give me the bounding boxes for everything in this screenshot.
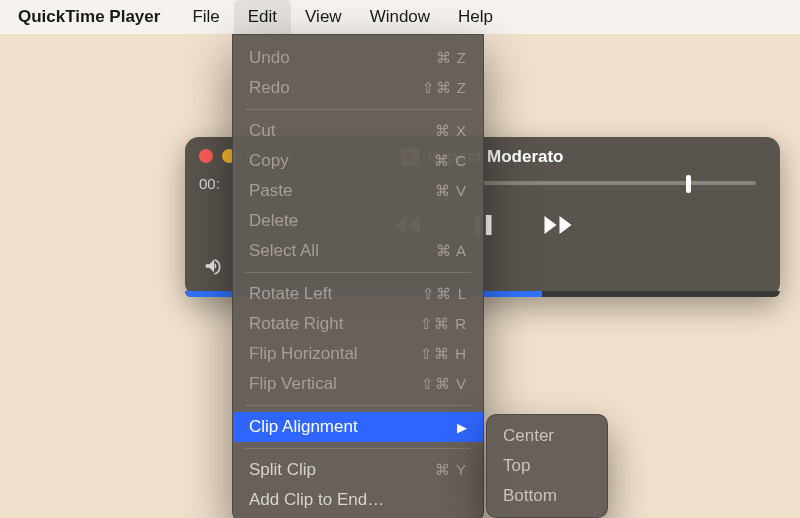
menu-item-rotate-left: Rotate Left⇧⌘ L bbox=[233, 279, 483, 309]
menubar-item-edit[interactable]: Edit bbox=[234, 0, 291, 34]
menu-item-label: Copy bbox=[249, 151, 289, 171]
submenu-item-label: Center bbox=[503, 426, 554, 446]
menu-item-label: Paste bbox=[249, 181, 292, 201]
menu-item-shortcut: ⇧⌘ L bbox=[422, 285, 467, 303]
menu-item-clip-alignment[interactable]: Clip Alignment▶ bbox=[233, 412, 483, 442]
menu-item-label: Delete bbox=[249, 211, 298, 231]
menu-item-label: Undo bbox=[249, 48, 290, 68]
submenu-item-center[interactable]: Center bbox=[487, 421, 607, 451]
menu-item-split-clip[interactable]: Split Clip⌘ Y bbox=[233, 455, 483, 485]
menu-item-redo: Redo⇧⌘ Z bbox=[233, 73, 483, 103]
menu-item-select-all: Select All⌘ A bbox=[233, 236, 483, 266]
menu-item-label: Flip Horizontal bbox=[249, 344, 358, 364]
edit-menu-dropdown: Undo⌘ ZRedo⇧⌘ ZCut⌘ XCopy⌘ CPaste⌘ VDele… bbox=[232, 34, 484, 518]
time-elapsed: 00: bbox=[199, 175, 220, 192]
menu-item-flip-vertical: Flip Vertical⇧⌘ V bbox=[233, 369, 483, 399]
menu-item-shortcut: ⇧⌘ Z bbox=[422, 79, 467, 97]
menu-item-label: Add Clip to End… bbox=[249, 490, 384, 510]
submenu-item-label: Bottom bbox=[503, 486, 557, 506]
menu-item-shortcut: ⌘ X bbox=[435, 122, 467, 140]
menubar-app-name[interactable]: QuickTime Player bbox=[10, 0, 178, 34]
menu-separator bbox=[245, 405, 471, 406]
menu-separator bbox=[245, 448, 471, 449]
menubar-item-view[interactable]: View bbox=[291, 0, 356, 34]
menu-item-label: Clip Alignment bbox=[249, 417, 358, 437]
menu-item-shortcut: ⌘ Z bbox=[436, 49, 467, 67]
menubar-item-file[interactable]: File bbox=[178, 0, 233, 34]
menu-item-flip-horizontal: Flip Horizontal⇧⌘ H bbox=[233, 339, 483, 369]
menu-item-paste: Paste⌘ V bbox=[233, 176, 483, 206]
menu-item-shortcut: ⌘ Y bbox=[435, 461, 467, 479]
menu-item-label: Rotate Left bbox=[249, 284, 332, 304]
menu-item-shortcut: ⇧⌘ R bbox=[420, 315, 467, 333]
menu-item-shortcut: ⇧⌘ H bbox=[420, 345, 467, 363]
menu-item-label: Redo bbox=[249, 78, 290, 98]
menu-item-shortcut: ⌘ V bbox=[435, 182, 467, 200]
scrubber-thumb[interactable] bbox=[686, 175, 691, 193]
menubar-item-window[interactable]: Window bbox=[356, 0, 444, 34]
submenu-item-label: Top bbox=[503, 456, 530, 476]
menubar-item-help[interactable]: Help bbox=[444, 0, 507, 34]
menu-item-delete: Delete bbox=[233, 206, 483, 236]
menu-separator bbox=[245, 109, 471, 110]
submenu-item-top[interactable]: Top bbox=[487, 451, 607, 481]
clip-alignment-submenu: CenterTopBottom bbox=[486, 414, 608, 518]
menubar: QuickTime Player File Edit View Window H… bbox=[0, 0, 800, 34]
volume-icon[interactable] bbox=[203, 255, 225, 282]
menu-item-add-clip-to-end[interactable]: Add Clip to End… bbox=[233, 485, 483, 515]
menu-item-rotate-right: Rotate Right⇧⌘ R bbox=[233, 309, 483, 339]
menu-item-label: Rotate Right bbox=[249, 314, 344, 334]
menu-separator bbox=[245, 272, 471, 273]
menu-item-label: Flip Vertical bbox=[249, 374, 337, 394]
menu-item-label: Cut bbox=[249, 121, 275, 141]
fast-forward-button[interactable] bbox=[540, 207, 576, 248]
menu-item-shortcut: ⌘ C bbox=[434, 152, 467, 170]
menu-item-label: Select All bbox=[249, 241, 319, 261]
submenu-item-bottom[interactable]: Bottom bbox=[487, 481, 607, 511]
menu-item-shortcut: ⇧⌘ V bbox=[421, 375, 467, 393]
menu-item-label: Split Clip bbox=[249, 460, 316, 480]
menu-item-shortcut: ⌘ A bbox=[436, 242, 467, 260]
menu-item-undo: Undo⌘ Z bbox=[233, 43, 483, 73]
menu-item-cut: Cut⌘ X bbox=[233, 116, 483, 146]
menu-item-copy: Copy⌘ C bbox=[233, 146, 483, 176]
chevron-right-icon: ▶ bbox=[457, 420, 467, 435]
